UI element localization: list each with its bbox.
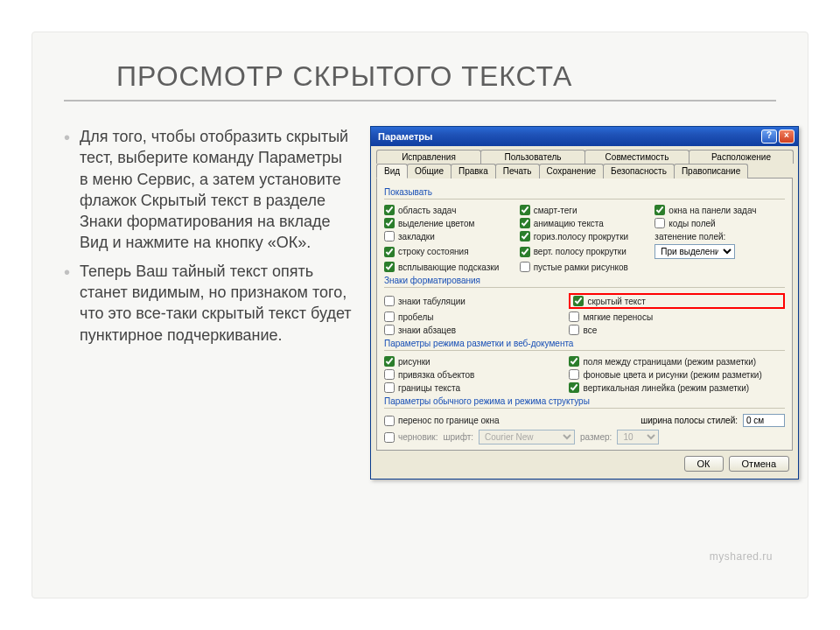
bullet-item: Теперь Ваш тайный текст опять станет вид… bbox=[64, 261, 353, 346]
label-font: шрифт: bbox=[443, 432, 473, 442]
screenshot-column: Параметры ? × Исправления Пользователь С… bbox=[370, 126, 799, 480]
tab-user[interactable]: Пользователь bbox=[480, 150, 585, 164]
group-show-title: Показывать bbox=[384, 187, 785, 197]
label-field-shading: затенение полей: bbox=[654, 231, 785, 242]
tab-row-top: Исправления Пользователь Совместимость Р… bbox=[376, 150, 793, 164]
tab-edit[interactable]: Правка bbox=[451, 164, 496, 178]
select-field-shading[interactable]: При выделении bbox=[654, 244, 735, 259]
tab-row-bottom: Вид Общие Правка Печать Сохранение Безоп… bbox=[376, 164, 793, 178]
checkbox-animation[interactable]: анимацию текста bbox=[520, 218, 650, 228]
dialog-footer: ОК Отмена bbox=[376, 451, 793, 472]
bullet-list: Для того, чтобы отобразить скрытый тест,… bbox=[64, 126, 353, 346]
tab-location[interactable]: Расположение bbox=[689, 150, 794, 164]
close-button[interactable]: × bbox=[779, 130, 794, 144]
checkbox-anchors[interactable]: привязка объектов bbox=[384, 369, 564, 380]
group-layout: рисунки поля между страницами (режим раз… bbox=[384, 356, 785, 393]
checkbox-field-codes[interactable]: коды полей bbox=[654, 218, 785, 228]
slide: ПРОСМОТР СКРЫТОГО ТЕКСТА Для того, чтобы… bbox=[32, 32, 808, 598]
checkbox-spaces[interactable]: пробелы bbox=[384, 312, 564, 322]
checkbox-bg-colors[interactable]: фоновые цвета и рисунки (режим разметки) bbox=[569, 369, 785, 380]
group-show: область задач смарт-теги окна на панели … bbox=[384, 205, 785, 272]
checkbox-taskpane[interactable]: область задач bbox=[384, 205, 514, 215]
slide-title: ПРОСМОТР СКРЫТОГО ТЕКСТА bbox=[116, 60, 776, 93]
tab-save[interactable]: Сохранение bbox=[539, 164, 605, 178]
checkbox-taskbar-windows[interactable]: окна на панели задач bbox=[654, 205, 785, 215]
checkbox-tab-chars[interactable]: знаки табуляции bbox=[384, 293, 564, 309]
checkbox-vscroll[interactable]: верт. полосу прокрутки bbox=[520, 244, 650, 259]
tab-view[interactable]: Вид bbox=[376, 164, 408, 178]
label-size: размер: bbox=[580, 432, 612, 442]
hidden-text-highlight: скрытый текст bbox=[569, 293, 785, 309]
title-wrap: ПРОСМОТР СКРЫТОГО ТЕКСТА bbox=[64, 32, 776, 102]
group-normal-title: Параметры обычного режима и режима струк… bbox=[384, 396, 785, 406]
checkbox-statusbar[interactable]: строку состояния bbox=[384, 244, 514, 259]
bullet-column: Для того, чтобы отобразить скрытый тест,… bbox=[64, 126, 353, 480]
checkbox-tooltips[interactable]: всплывающие подсказки bbox=[384, 262, 514, 272]
checkbox-smarttags[interactable]: смарт-теги bbox=[520, 205, 650, 215]
bullet-item: Для того, чтобы отобразить скрытый тест,… bbox=[64, 126, 353, 254]
cancel-button[interactable]: Отмена bbox=[729, 456, 789, 472]
dialog-title: Параметры bbox=[378, 131, 432, 142]
checkbox-wrap-window[interactable]: перенос по границе окна bbox=[384, 416, 500, 426]
tab-security[interactable]: Безопасность bbox=[603, 164, 675, 178]
row-wrap-stylewidth: перенос по границе окна ширина полосы ст… bbox=[384, 414, 785, 427]
checkbox-hidden-text[interactable]: скрытый текст bbox=[573, 296, 780, 306]
checkbox-soft-hyphen[interactable]: мягкие переносы bbox=[569, 312, 785, 322]
checkbox-drawings[interactable]: рисунки bbox=[384, 356, 564, 367]
tab-compat[interactable]: Совместимость bbox=[584, 150, 690, 164]
checkbox-vert-ruler[interactable]: вертикальная линейка (режим разметки) bbox=[569, 382, 785, 393]
tab-general[interactable]: Общие bbox=[407, 164, 452, 178]
ok-button[interactable]: ОК bbox=[684, 456, 724, 472]
checkbox-hscroll[interactable]: гориз.полосу прокрутки bbox=[520, 231, 650, 242]
input-style-width[interactable] bbox=[743, 414, 785, 427]
slide-body: Для того, чтобы отобразить скрытый тест,… bbox=[64, 102, 776, 480]
help-button[interactable]: ? bbox=[761, 130, 777, 144]
checkbox-page-fields[interactable]: поля между страницами (режим разметки) bbox=[569, 356, 785, 367]
tab-print[interactable]: Печать bbox=[495, 164, 540, 178]
group-marks: знаки табуляции скрытый текст пробелы мя… bbox=[384, 293, 785, 335]
row-draft: черновик: шрифт: Courier New размер: 10 bbox=[384, 430, 785, 444]
titlebar-buttons: ? × bbox=[761, 130, 794, 144]
select-draft-size: 10 bbox=[617, 430, 659, 444]
checkbox-paragraph-marks[interactable]: знаки абзацев bbox=[384, 325, 564, 335]
group-layout-title: Параметры режима разметки и веб-документ… bbox=[384, 339, 785, 348]
checkbox-text-boundaries[interactable]: границы текста bbox=[384, 382, 564, 393]
checkbox-all-marks[interactable]: все bbox=[569, 325, 785, 335]
group-marks-title: Знаки форматирования bbox=[384, 276, 785, 285]
label-style-width: ширина полосы стилей: bbox=[640, 416, 738, 425]
select-draft-font: Courier New bbox=[479, 430, 575, 444]
dialog-body: Исправления Пользователь Совместимость Р… bbox=[371, 146, 798, 479]
checkbox-empty-picture-frames[interactable]: пустые рамки рисунков bbox=[520, 262, 650, 272]
options-dialog: Параметры ? × Исправления Пользователь С… bbox=[370, 126, 799, 480]
tab-content-view: Показывать область задач смарт-теги окна… bbox=[376, 178, 793, 451]
checkbox-draft[interactable]: черновик: bbox=[384, 432, 438, 443]
tab-spelling[interactable]: Правописание bbox=[674, 164, 748, 178]
checkbox-bookmarks[interactable]: закладки bbox=[384, 231, 514, 242]
watermark: myshared.ru bbox=[710, 550, 773, 563]
tab-corrections[interactable]: Исправления bbox=[376, 150, 481, 164]
checkbox-highlight[interactable]: выделение цветом bbox=[384, 218, 514, 228]
dialog-titlebar[interactable]: Параметры ? × bbox=[371, 127, 798, 146]
